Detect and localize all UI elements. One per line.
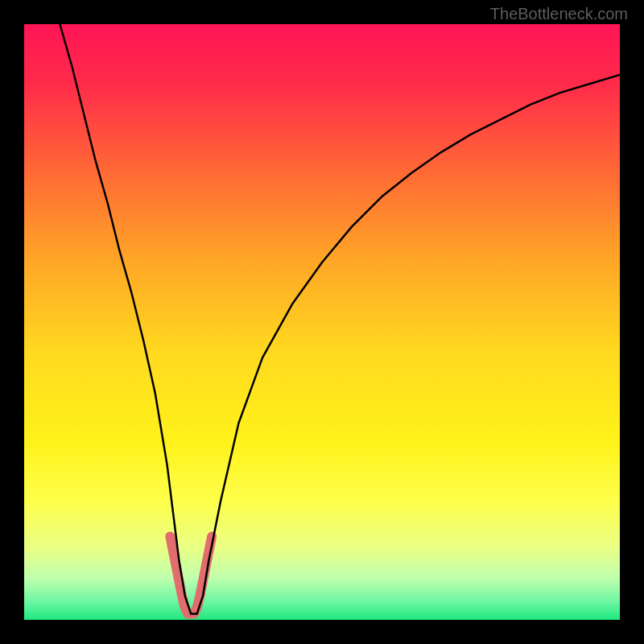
curve-layer bbox=[24, 24, 620, 620]
watermark-text: TheBottleneck.com bbox=[490, 5, 628, 23]
bottleneck-curve-path bbox=[60, 24, 620, 614]
chart-canvas bbox=[24, 24, 620, 620]
